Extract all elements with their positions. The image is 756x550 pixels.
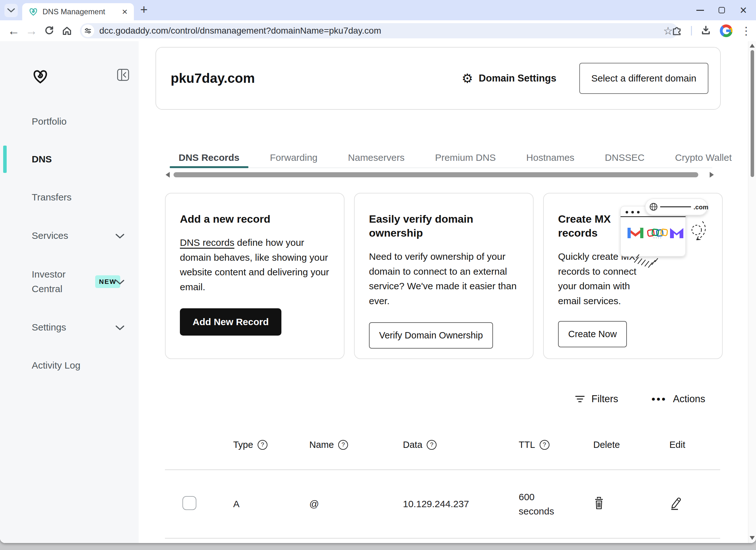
window-controls: × [689, 0, 754, 20]
back-button[interactable]: ← [6, 20, 22, 41]
card-body: DNS records define how your domain behav… [180, 235, 330, 294]
sidebar-item-settings[interactable]: Settings [0, 316, 139, 338]
sidebar-item-label: Transfers [32, 192, 72, 203]
site-settings-icon[interactable] [82, 24, 94, 37]
extensions-icon[interactable] [671, 24, 683, 37]
create-mx-card: Create MX records Quickly create MX reco… [543, 193, 723, 359]
help-icon[interactable]: ? [540, 440, 549, 450]
chevron-down-icon [115, 230, 124, 241]
column-header-name: Name ? [303, 440, 397, 450]
actions-button[interactable]: ••• Actions [652, 393, 705, 405]
record-data: 10.129.244.237 [397, 499, 512, 509]
scrollbar-track[interactable] [172, 172, 707, 177]
tab-close-icon[interactable]: × [122, 7, 128, 16]
filter-icon [575, 395, 585, 403]
column-header-edit: Edit [663, 440, 720, 450]
scrollbar-thumb[interactable] [751, 50, 754, 177]
tab-crypto-wallet[interactable]: Crypto Wallet [673, 149, 734, 167]
verify-ownership-card: Easily verify domain ownership Need to v… [354, 193, 534, 359]
sidebar-item-label: Investor Central [32, 267, 84, 297]
sidebar-item-investor-central[interactable]: Investor Central NEW [0, 261, 139, 302]
edit-record-icon[interactable] [669, 496, 682, 512]
page-scrollbar[interactable] [748, 41, 756, 543]
forward-button[interactable]: → [23, 20, 39, 41]
add-new-record-button[interactable]: Add New Record [180, 308, 281, 336]
add-record-card: Add a new record DNS records define how … [165, 193, 345, 359]
new-tab-button[interactable]: + [140, 3, 148, 17]
sidebar-item-portfolio[interactable]: Portfolio [0, 110, 139, 133]
maximize-icon [719, 7, 725, 13]
window-minimize-button[interactable] [689, 0, 711, 20]
sidebar-item-label: Services [32, 230, 68, 241]
browser-tab[interactable]: DNS Management × [22, 3, 134, 20]
godaddy-logo [32, 68, 49, 85]
tab-dns-records[interactable]: DNS Records [177, 149, 241, 167]
refresh-button[interactable] [41, 20, 57, 41]
filters-button[interactable]: Filters [575, 393, 618, 405]
table-header-row: Type ? Name ? Data ? TTL ? De [165, 435, 720, 455]
sidebar-item-label: Settings [32, 322, 66, 333]
tabs-horizontal-scrollbar[interactable] [166, 171, 714, 178]
tab-nameservers[interactable]: Nameservers [346, 149, 406, 167]
chevron-down-icon [7, 8, 15, 13]
sidebar-item-label: DNS [32, 154, 52, 165]
downloads-icon[interactable] [700, 24, 712, 37]
help-icon[interactable]: ? [258, 440, 267, 450]
address-bar[interactable]: dcc.godaddy.com/control/dnsmanagement?do… [80, 23, 678, 38]
verify-domain-ownership-button[interactable]: Verify Domain Ownership [369, 322, 493, 349]
record-name: @ [303, 499, 397, 509]
scroll-up-icon[interactable] [750, 44, 755, 48]
chevron-down-icon [115, 276, 124, 287]
dns-records-link[interactable]: DNS records [180, 237, 234, 248]
tab-premium-dns[interactable]: Premium DNS [433, 149, 498, 167]
window-close-button[interactable]: × [733, 0, 754, 20]
sidebar-item-dns[interactable]: DNS [0, 148, 139, 170]
tab-title: DNS Management [43, 7, 117, 16]
tab-strip: DNS Management × + × [0, 0, 756, 20]
sidebar-item-transfers[interactable]: Transfers [0, 186, 139, 208]
scroll-left-icon[interactable] [166, 172, 170, 178]
select-different-domain-button[interactable]: Select a different domain [579, 63, 708, 94]
column-header-data: Data ? [397, 440, 512, 450]
window-maximize-button[interactable] [711, 0, 733, 20]
godaddy-favicon-icon [29, 7, 38, 16]
record-type: A [227, 499, 303, 509]
sidebar: Portfolio DNS Transfers Services Investo… [0, 41, 139, 543]
toolbar-divider [691, 26, 692, 36]
page-content: Portfolio DNS Transfers Services Investo… [0, 41, 756, 543]
google-profile-icon[interactable] [720, 24, 733, 37]
browser-menu-icon[interactable]: ⋮ [741, 24, 752, 37]
domain-settings-button[interactable]: ⚙ Domain Settings [462, 72, 556, 85]
scroll-down-icon[interactable] [750, 536, 755, 540]
sidebar-collapse-button[interactable] [117, 69, 129, 82]
record-list-controls: Filters ••• Actions [575, 393, 705, 405]
row-checkbox[interactable] [182, 496, 196, 510]
home-button[interactable] [59, 20, 75, 41]
sidebar-item-label: Activity Log [32, 360, 80, 371]
table-row: A @ 10.129.244.237 600 seconds [165, 469, 720, 539]
refresh-icon [44, 25, 55, 36]
panel-collapse-icon [117, 69, 129, 81]
tab-hostnames[interactable]: Hostnames [524, 149, 576, 167]
column-header-ttl: TTL ? [512, 440, 587, 450]
browser-window: DNS Management × + × ← → [0, 0, 756, 543]
dns-records-table: Type ? Name ? Data ? TTL ? De [165, 435, 720, 539]
scrollbar-thumb[interactable] [174, 172, 698, 177]
help-icon[interactable]: ? [427, 440, 437, 450]
main-panel: pku7day.com ⚙ Domain Settings Select a d… [139, 41, 748, 543]
page-title: pku7day.com [171, 71, 255, 86]
record-ttl: 600 seconds [519, 490, 565, 518]
sidebar-item-activity-log[interactable]: Activity Log [0, 354, 139, 376]
browser-toolbar: ← → dcc.godaddy.com/control/dnsman [0, 20, 756, 41]
help-icon[interactable]: ? [338, 440, 348, 450]
create-now-button[interactable]: Create Now [558, 321, 627, 347]
info-cards: Add a new record DNS records define how … [165, 193, 723, 359]
sidebar-item-services[interactable]: Services [0, 225, 139, 247]
tab-search-button[interactable] [4, 4, 18, 17]
url-text[interactable]: dcc.godaddy.com/control/dnsmanagement?do… [99, 26, 663, 36]
tab-dnssec[interactable]: DNSSEC [603, 149, 647, 167]
delete-record-icon[interactable] [593, 496, 605, 512]
tab-forwarding[interactable]: Forwarding [268, 149, 319, 167]
mx-illustration: .com [618, 197, 710, 270]
scroll-right-icon[interactable] [710, 172, 714, 178]
